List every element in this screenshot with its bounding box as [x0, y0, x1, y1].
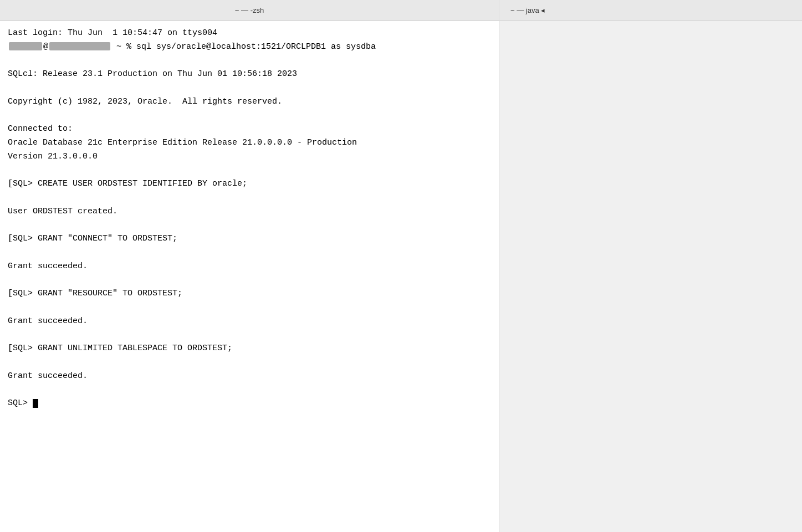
terminal-line-copyright: Copyright (c) 1982, 2023, Oracle. All ri…: [8, 95, 491, 109]
right-tab-label: ~ — java ◂: [510, 6, 545, 14]
terminal-line-empty5: [8, 191, 491, 205]
terminal-line-empty7: [8, 246, 491, 260]
terminal-line-login: Last login: Thu Jun 1 10:54:47 on ttys00…: [8, 27, 491, 40]
blurred-username: [9, 42, 42, 50]
terminal-line-empty8: [8, 274, 491, 288]
terminal-line-empty9: [8, 301, 491, 315]
terminal-line-sqlcl: SQLcl: Release 23.1 Production on Thu Ju…: [8, 68, 491, 81]
terminal-line-prompt1: @ ~ % sql sys/oracle@localhost:1521/ORCL…: [8, 40, 491, 54]
terminal-line-prompt_final: SQL>: [8, 397, 491, 411]
terminal-line-cmd4: [SQL> GRANT UNLIMITED TABLESPACE TO ORDS…: [8, 342, 491, 356]
right-body: [499, 21, 802, 532]
right-terminal-pane: ~ — java ◂: [499, 0, 802, 532]
terminal-line-empty11: [8, 356, 491, 370]
terminal-line-empty6: [8, 219, 491, 233]
terminal-line-empty10: [8, 329, 491, 342]
terminal-line-empty4: [8, 164, 491, 178]
terminal-line-cmd3: [SQL> GRANT "RESOURCE" TO ORDSTEST;: [8, 287, 491, 301]
terminal-line-grant3: Grant succeeded.: [8, 370, 491, 383]
terminal-line-empty3: [8, 109, 491, 123]
terminal-line-cmd2: [SQL> GRANT "CONNECT" TO ORDSTEST;: [8, 232, 491, 246]
terminal-body[interactable]: Last login: Thu Jun 1 10:54:47 on ttys00…: [0, 21, 499, 532]
left-tab-label: ~ — -zsh: [235, 6, 264, 14]
window-container: ~ — -zsh Last login: Thu Jun 1 10:54:47 …: [0, 0, 802, 532]
blurred-hostname: [49, 42, 110, 50]
terminal-line-user_created: User ORDSTEST created.: [8, 205, 491, 219]
terminal-line-cmd1: [SQL> CREATE USER ORDSTEST IDENTIFIED BY…: [8, 177, 491, 191]
terminal-line-grant1: Grant succeeded.: [8, 260, 491, 274]
terminal-cursor: [33, 399, 38, 408]
left-tab-bar: ~ — -zsh: [0, 0, 499, 21]
terminal-line-empty12: [8, 383, 491, 397]
right-tab-bar: ~ — java ◂: [499, 0, 802, 21]
terminal-line-version: Version 21.3.0.0.0: [8, 150, 491, 164]
terminal-line-empty2: [8, 81, 491, 95]
terminal-line-oracle_db: Oracle Database 21c Enterprise Edition R…: [8, 136, 491, 150]
terminal-line-connected: Connected to:: [8, 122, 491, 136]
terminal-line-grant2: Grant succeeded.: [8, 315, 491, 329]
left-terminal-pane: ~ — -zsh Last login: Thu Jun 1 10:54:47 …: [0, 0, 499, 532]
terminal-line-empty1: [8, 54, 491, 68]
